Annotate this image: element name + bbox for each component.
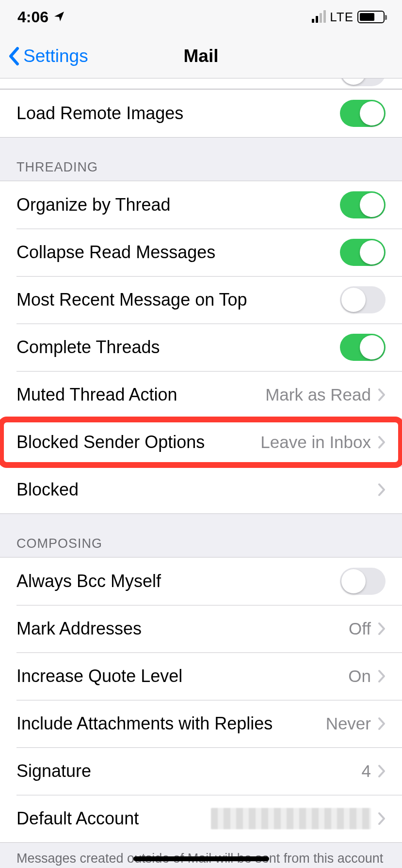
value-mark-addresses: Off <box>349 619 371 638</box>
label-most-recent-top: Most Recent Message on Top <box>16 290 340 310</box>
battery-icon <box>357 11 385 23</box>
toggle-partial[interactable] <box>340 78 386 86</box>
label-blocked: Blocked <box>16 480 378 500</box>
threading-group: Organize by Thread Collapse Read Message… <box>0 181 402 514</box>
label-mark-addresses: Mark Addresses <box>16 619 349 639</box>
cellular-signal-icon <box>312 11 326 23</box>
chevron-right-icon <box>378 669 386 683</box>
chevron-right-icon <box>378 483 386 496</box>
label-blocked-sender-options: Blocked Sender Options <box>16 432 260 452</box>
toggle-load-remote-images[interactable] <box>340 100 386 127</box>
row-mark-addresses[interactable]: Mark Addresses Off <box>0 605 402 652</box>
toggle-most-recent-top[interactable] <box>340 286 386 313</box>
toggle-organize-by-thread[interactable] <box>340 191 386 218</box>
value-default-account-redacted <box>211 808 371 829</box>
toggle-always-bcc[interactable] <box>340 568 386 595</box>
value-include-attachments: Never <box>326 714 371 733</box>
label-organize-by-thread: Organize by Thread <box>16 195 340 215</box>
chevron-left-icon <box>8 46 20 66</box>
label-collapse-read: Collapse Read Messages <box>16 242 340 263</box>
back-button[interactable]: Settings <box>0 46 88 66</box>
row-default-account[interactable]: Default Account <box>0 795 402 842</box>
network-type: LTE <box>330 10 354 25</box>
section-header-threading: THREADING <box>0 138 402 181</box>
composing-group: Always Bcc Myself Mark Addresses Off Inc… <box>0 557 402 843</box>
value-blocked-sender-options: Leave in Inbox <box>260 433 371 452</box>
chevron-right-icon <box>378 435 386 449</box>
row-increase-quote-level[interactable]: Increase Quote Level On <box>0 652 402 700</box>
label-default-account: Default Account <box>16 808 211 829</box>
value-increase-quote-level: On <box>348 666 371 686</box>
row-blocked-sender-options[interactable]: Blocked Sender Options Leave in Inbox <box>0 418 402 466</box>
chevron-right-icon <box>378 622 386 636</box>
row-always-bcc[interactable]: Always Bcc Myself <box>0 558 402 605</box>
toggle-complete-threads[interactable] <box>340 334 386 361</box>
label-signature: Signature <box>16 761 362 781</box>
status-bar: 4:06 LTE <box>0 0 402 34</box>
chevron-right-icon <box>378 388 386 402</box>
row-blocked[interactable]: Blocked <box>0 466 402 513</box>
previous-row-partial <box>0 78 402 89</box>
row-include-attachments[interactable]: Include Attachments with Replies Never <box>0 700 402 747</box>
location-icon <box>53 8 65 26</box>
row-load-remote-images[interactable]: Load Remote Images <box>0 90 402 137</box>
composing-footer: Messages created outside of Mail will be… <box>0 843 402 868</box>
toggle-collapse-read[interactable] <box>340 239 386 266</box>
chevron-right-icon <box>378 764 386 778</box>
value-muted-thread-action: Mark as Read <box>265 385 371 404</box>
chevron-right-icon <box>378 812 386 825</box>
label-increase-quote-level: Increase Quote Level <box>16 666 348 686</box>
label-include-attachments: Include Attachments with Replies <box>16 713 326 734</box>
label-muted-thread-action: Muted Thread Action <box>16 385 265 405</box>
row-signature[interactable]: Signature 4 <box>0 747 402 795</box>
home-indicator <box>133 856 269 861</box>
row-muted-thread-action[interactable]: Muted Thread Action Mark as Read <box>0 371 402 418</box>
row-organize-by-thread[interactable]: Organize by Thread <box>0 181 402 229</box>
row-most-recent-top[interactable]: Most Recent Message on Top <box>0 276 402 324</box>
label-complete-threads: Complete Threads <box>16 337 340 357</box>
label-always-bcc: Always Bcc Myself <box>16 571 340 591</box>
back-label: Settings <box>23 46 88 66</box>
row-complete-threads[interactable]: Complete Threads <box>0 324 402 371</box>
status-time: 4:06 <box>17 8 48 26</box>
chevron-right-icon <box>378 717 386 730</box>
section-header-composing: COMPOSING <box>0 514 402 557</box>
nav-bar: Settings Mail <box>0 34 402 78</box>
row-collapse-read[interactable]: Collapse Read Messages <box>0 229 402 276</box>
label-load-remote-images: Load Remote Images <box>16 103 340 124</box>
value-signature: 4 <box>362 761 371 781</box>
